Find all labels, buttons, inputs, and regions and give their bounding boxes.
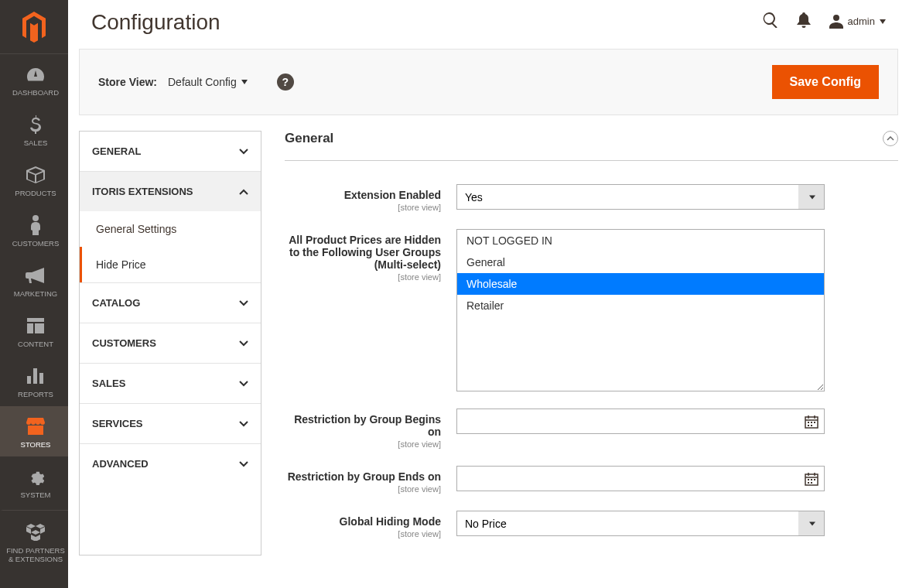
extension-enabled-select[interactable]: Yes xyxy=(456,184,825,210)
bell-icon xyxy=(797,12,811,28)
admin-user-menu[interactable]: admin xyxy=(829,15,886,29)
config-section-head-catalog[interactable]: CATALOG xyxy=(80,283,261,323)
begins-on-input[interactable] xyxy=(456,409,825,434)
config-section-label: GENERAL xyxy=(92,145,142,157)
dollar-icon xyxy=(6,114,65,135)
multiselect-option-wholesale[interactable]: Wholesale xyxy=(457,273,824,295)
config-section-label: CATALOG xyxy=(92,297,140,309)
svg-rect-15 xyxy=(811,482,812,484)
person-icon xyxy=(6,214,65,236)
nav-stores[interactable]: STORES xyxy=(0,406,68,456)
hidden-groups-multiselect[interactable]: NOT LOGGED IN General Wholesale Retailer xyxy=(456,229,825,391)
field-label: Restriction by Group Ends on xyxy=(288,470,441,483)
config-section-label: ITORIS EXTENSIONS xyxy=(92,186,193,197)
ends-on-input[interactable] xyxy=(456,466,825,491)
magento-logo[interactable] xyxy=(0,0,68,54)
help-button[interactable]: ? xyxy=(277,74,294,91)
nav-dashboard[interactable]: DASHBOARD xyxy=(0,54,68,104)
nav-customers[interactable]: CUSTOMERS xyxy=(0,205,68,255)
notifications-button[interactable] xyxy=(797,12,811,30)
dashboard-icon xyxy=(6,63,65,85)
config-section-general: GENERAL xyxy=(80,132,261,172)
config-section-head-general[interactable]: GENERAL xyxy=(80,132,261,171)
page-toolbar: Store View: Default Config ? Save Config xyxy=(79,49,898,115)
nav-label: CONTENT xyxy=(18,340,53,348)
chevron-down-icon xyxy=(239,147,248,156)
search-icon xyxy=(763,12,778,28)
nav-reports[interactable]: REPORTS xyxy=(0,356,68,406)
magento-logo-icon xyxy=(21,12,47,43)
svg-rect-9 xyxy=(811,425,812,426)
nav-label: PRODUCTS xyxy=(15,189,56,197)
bars-icon xyxy=(6,365,65,387)
blocks-icon xyxy=(6,521,65,543)
nav-partners[interactable]: FIND PARTNERS & EXTENSIONS xyxy=(0,510,68,571)
nav-label: CUSTOMERS xyxy=(12,239,60,248)
config-section-head-services[interactable]: SERVICES xyxy=(80,404,261,443)
config-section-head-customers[interactable]: CUSTOMERS xyxy=(80,323,261,363)
nav-label: FIND PARTNERS & EXTENSIONS xyxy=(6,546,65,563)
config-subitem-hide-price[interactable]: Hide Price xyxy=(80,247,261,282)
multiselect-option-not-logged-in[interactable]: NOT LOGGED IN xyxy=(457,230,824,251)
chevron-down-icon xyxy=(239,339,248,348)
nav-marketing[interactable]: MARKETING xyxy=(0,255,68,306)
config-section-catalog: CATALOG xyxy=(80,283,261,323)
chevron-down-icon xyxy=(241,80,248,84)
nav-products[interactable]: PRODUCTS xyxy=(0,155,68,205)
svg-rect-6 xyxy=(811,422,812,423)
svg-rect-5 xyxy=(808,422,809,423)
config-section-itoris: ITORIS EXTENSIONS General Settings Hide … xyxy=(80,172,261,283)
save-config-button[interactable]: Save Config xyxy=(772,65,879,99)
config-section-label: SERVICES xyxy=(92,418,143,429)
svg-rect-12 xyxy=(811,479,812,480)
nav-sales[interactable]: SALES xyxy=(0,104,68,155)
hiding-mode-select[interactable]: No Price xyxy=(456,511,825,536)
nav-label: SALES xyxy=(24,138,48,147)
form-area: General Extension Enabled [store view] xyxy=(285,131,898,556)
admin-username: admin xyxy=(848,15,875,27)
field-begins-on: Restriction by Group Begins on [store vi… xyxy=(285,409,898,449)
collapse-button[interactable] xyxy=(883,131,898,146)
config-section-sales: SALES xyxy=(80,364,261,404)
svg-rect-3 xyxy=(39,373,43,384)
fieldset-head[interactable]: General xyxy=(285,131,898,161)
svg-rect-7 xyxy=(814,422,815,423)
config-section-label: CUSTOMERS xyxy=(92,337,156,349)
nav-content[interactable]: CONTENT xyxy=(0,306,68,356)
nav-label: SYSTEM xyxy=(20,491,50,499)
field-label: Global Hiding Mode xyxy=(340,515,441,528)
calendar-button-ends[interactable] xyxy=(805,472,818,486)
calendar-button-begins[interactable] xyxy=(805,415,818,429)
search-button[interactable] xyxy=(763,12,778,30)
field-label: Restriction by Group Begins on xyxy=(294,413,441,438)
config-section-customers: CUSTOMERS xyxy=(80,323,261,364)
svg-rect-2 xyxy=(33,368,37,384)
multiselect-option-general[interactable]: General xyxy=(457,251,824,273)
svg-rect-11 xyxy=(808,479,809,480)
megaphone-icon xyxy=(6,265,65,286)
config-subitem-label: Hide Price xyxy=(96,258,146,271)
config-section-label: SALES xyxy=(92,378,125,389)
config-section-head-itoris[interactable]: ITORIS EXTENSIONS xyxy=(80,172,261,211)
config-section-head-sales[interactable]: SALES xyxy=(80,364,261,403)
nav-system[interactable]: SYSTEM xyxy=(0,456,68,507)
field-ends-on: Restriction by Group Ends on [store view… xyxy=(285,466,898,494)
user-icon xyxy=(829,15,843,29)
svg-point-0 xyxy=(32,215,39,221)
calendar-icon xyxy=(805,472,818,486)
svg-rect-1 xyxy=(27,376,31,384)
field-hidden-groups: All Product Prices are Hidden to the Fol… xyxy=(285,229,898,391)
svg-rect-8 xyxy=(808,425,809,426)
chevron-up-icon xyxy=(887,136,894,141)
chevron-up-icon xyxy=(239,187,248,197)
nav-label: REPORTS xyxy=(18,390,53,398)
box-icon xyxy=(6,164,65,186)
chevron-down-icon xyxy=(239,419,248,429)
config-subitem-general-settings[interactable]: General Settings xyxy=(80,211,261,247)
nav-label: MARKETING xyxy=(14,289,57,298)
store-view-switcher[interactable]: Default Config xyxy=(168,76,248,88)
config-section-label: ADVANCED xyxy=(92,458,149,470)
config-section-head-advanced[interactable]: ADVANCED xyxy=(80,444,261,484)
multiselect-option-retailer[interactable]: Retailer xyxy=(457,295,824,316)
config-section-services: SERVICES xyxy=(80,404,261,444)
